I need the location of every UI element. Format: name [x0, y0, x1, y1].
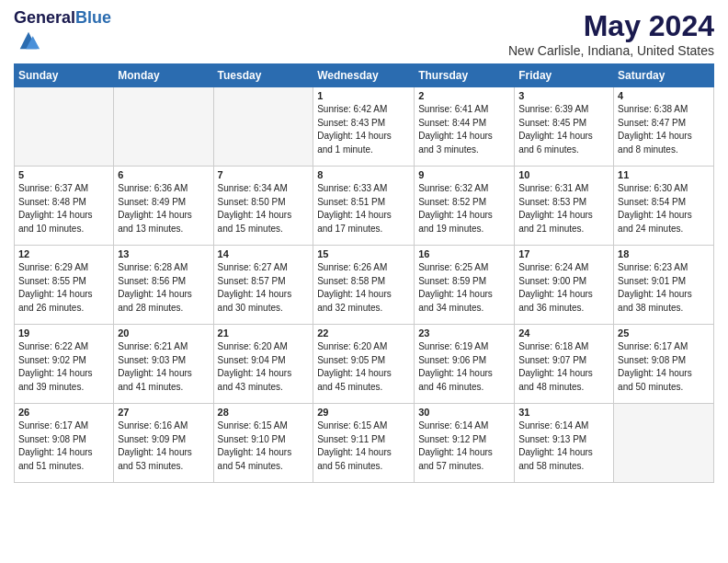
day-cell: 10Sunrise: 6:31 AMSunset: 8:53 PMDayligh… — [515, 167, 614, 246]
week-row-4: 19Sunrise: 6:22 AMSunset: 9:02 PMDayligh… — [15, 325, 714, 404]
day-info: Sunrise: 6:14 AMSunset: 9:12 PMDaylight:… — [418, 419, 510, 473]
day-cell: 13Sunrise: 6:28 AMSunset: 8:56 PMDayligh… — [114, 246, 213, 325]
day-info: Sunrise: 6:29 AMSunset: 8:55 PMDaylight:… — [18, 261, 109, 315]
day-number: 20 — [118, 327, 209, 339]
day-info: Sunrise: 6:15 AMSunset: 9:11 PMDaylight:… — [317, 419, 410, 473]
day-info: Sunrise: 6:25 AMSunset: 8:59 PMDaylight:… — [418, 261, 510, 315]
day-number: 8 — [317, 169, 410, 180]
day-info: Sunrise: 6:28 AMSunset: 8:56 PMDaylight:… — [118, 261, 209, 315]
day-number: 1 — [317, 90, 410, 101]
weekday-monday: Monday — [114, 64, 213, 87]
day-info: Sunrise: 6:30 AMSunset: 8:54 PMDaylight:… — [618, 182, 710, 236]
logo-blue-text: Blue — [75, 8, 111, 27]
day-number: 21 — [218, 327, 310, 339]
day-cell: 30Sunrise: 6:14 AMSunset: 9:12 PMDayligh… — [415, 404, 515, 483]
day-cell: 16Sunrise: 6:25 AMSunset: 8:59 PMDayligh… — [415, 246, 515, 325]
weekday-sunday: Sunday — [15, 64, 114, 87]
logo-general-text: General — [14, 8, 75, 27]
day-number: 2 — [418, 90, 510, 101]
location: New Carlisle, Indiana, United States — [508, 43, 714, 58]
day-number: 26 — [18, 407, 109, 418]
day-info: Sunrise: 6:24 AMSunset: 9:00 PMDaylight:… — [518, 261, 609, 315]
logo: GeneralBlue — [14, 9, 111, 57]
day-info: Sunrise: 6:41 AMSunset: 8:44 PMDaylight:… — [418, 103, 510, 156]
page: GeneralBlue May 2024 New Carlisle, India… — [0, 0, 728, 563]
calendar-table: SundayMondayTuesdayWednesdayThursdayFrid… — [14, 63, 714, 483]
day-number: 3 — [518, 90, 609, 101]
day-info: Sunrise: 6:27 AMSunset: 8:57 PMDaylight:… — [218, 261, 310, 315]
day-number: 7 — [218, 169, 310, 180]
day-info: Sunrise: 6:38 AMSunset: 8:47 PMDaylight:… — [618, 103, 710, 156]
weekday-header-row: SundayMondayTuesdayWednesdayThursdayFrid… — [15, 64, 714, 87]
day-cell: 2Sunrise: 6:41 AMSunset: 8:44 PMDaylight… — [415, 87, 515, 167]
day-info: Sunrise: 6:36 AMSunset: 8:49 PMDaylight:… — [118, 182, 209, 236]
day-cell — [15, 87, 114, 167]
day-info: Sunrise: 6:23 AMSunset: 9:01 PMDaylight:… — [618, 261, 710, 315]
day-number: 22 — [317, 327, 410, 339]
day-cell: 23Sunrise: 6:19 AMSunset: 9:06 PMDayligh… — [415, 325, 515, 404]
day-cell: 31Sunrise: 6:14 AMSunset: 9:13 PMDayligh… — [515, 404, 614, 483]
day-cell: 5Sunrise: 6:37 AMSunset: 8:48 PMDaylight… — [15, 167, 114, 246]
day-cell: 1Sunrise: 6:42 AMSunset: 8:43 PMDaylight… — [313, 87, 415, 167]
day-cell: 28Sunrise: 6:15 AMSunset: 9:10 PMDayligh… — [213, 404, 313, 483]
day-info: Sunrise: 6:20 AMSunset: 9:05 PMDaylight:… — [317, 340, 410, 394]
day-number: 9 — [418, 169, 510, 180]
weekday-tuesday: Tuesday — [213, 64, 313, 87]
day-cell: 19Sunrise: 6:22 AMSunset: 9:02 PMDayligh… — [15, 325, 114, 404]
weekday-saturday: Saturday — [614, 64, 714, 87]
day-info: Sunrise: 6:22 AMSunset: 9:02 PMDaylight:… — [18, 340, 109, 394]
weekday-wednesday: Wednesday — [313, 64, 415, 87]
day-cell: 26Sunrise: 6:17 AMSunset: 9:08 PMDayligh… — [15, 404, 114, 483]
day-number: 11 — [618, 169, 710, 180]
day-info: Sunrise: 6:21 AMSunset: 9:03 PMDaylight:… — [118, 340, 209, 394]
title-block: May 2024 New Carlisle, Indiana, United S… — [508, 9, 714, 58]
day-cell: 24Sunrise: 6:18 AMSunset: 9:07 PMDayligh… — [515, 325, 614, 404]
day-cell: 7Sunrise: 6:34 AMSunset: 8:50 PMDaylight… — [213, 167, 313, 246]
day-cell: 3Sunrise: 6:39 AMSunset: 8:45 PMDaylight… — [515, 87, 614, 167]
day-cell: 8Sunrise: 6:33 AMSunset: 8:51 PMDaylight… — [313, 167, 415, 246]
week-row-1: 1Sunrise: 6:42 AMSunset: 8:43 PMDaylight… — [15, 87, 714, 167]
day-info: Sunrise: 6:14 AMSunset: 9:13 PMDaylight:… — [518, 419, 609, 473]
day-number: 23 — [418, 327, 510, 339]
calendar-body: 1Sunrise: 6:42 AMSunset: 8:43 PMDaylight… — [15, 87, 714, 483]
day-cell: 17Sunrise: 6:24 AMSunset: 9:00 PMDayligh… — [515, 246, 614, 325]
day-cell: 6Sunrise: 6:36 AMSunset: 8:49 PMDaylight… — [114, 167, 213, 246]
day-info: Sunrise: 6:32 AMSunset: 8:52 PMDaylight:… — [418, 182, 510, 236]
day-cell — [213, 87, 313, 167]
day-info: Sunrise: 6:17 AMSunset: 9:08 PMDaylight:… — [618, 340, 710, 394]
day-cell: 18Sunrise: 6:23 AMSunset: 9:01 PMDayligh… — [614, 246, 714, 325]
day-number: 29 — [317, 407, 410, 418]
day-info: Sunrise: 6:15 AMSunset: 9:10 PMDaylight:… — [218, 419, 310, 473]
day-number: 6 — [118, 169, 209, 180]
day-info: Sunrise: 6:42 AMSunset: 8:43 PMDaylight:… — [317, 103, 410, 156]
day-number: 5 — [18, 169, 109, 180]
day-number: 27 — [118, 407, 209, 418]
day-number: 24 — [518, 327, 609, 339]
day-cell: 25Sunrise: 6:17 AMSunset: 9:08 PMDayligh… — [614, 325, 714, 404]
day-number: 18 — [618, 248, 710, 259]
day-cell: 9Sunrise: 6:32 AMSunset: 8:52 PMDaylight… — [415, 167, 515, 246]
day-cell — [614, 404, 714, 483]
week-row-3: 12Sunrise: 6:29 AMSunset: 8:55 PMDayligh… — [15, 246, 714, 325]
day-number: 28 — [218, 407, 310, 418]
day-cell — [114, 87, 213, 167]
day-number: 25 — [618, 327, 710, 339]
day-cell: 15Sunrise: 6:26 AMSunset: 8:58 PMDayligh… — [313, 246, 415, 325]
day-number: 19 — [18, 327, 109, 339]
day-cell: 27Sunrise: 6:16 AMSunset: 9:09 PMDayligh… — [114, 404, 213, 483]
day-info: Sunrise: 6:18 AMSunset: 9:07 PMDaylight:… — [518, 340, 609, 394]
day-info: Sunrise: 6:17 AMSunset: 9:08 PMDaylight:… — [18, 419, 109, 473]
day-info: Sunrise: 6:16 AMSunset: 9:09 PMDaylight:… — [118, 419, 209, 473]
day-info: Sunrise: 6:33 AMSunset: 8:51 PMDaylight:… — [317, 182, 410, 236]
day-cell: 20Sunrise: 6:21 AMSunset: 9:03 PMDayligh… — [114, 325, 213, 404]
day-number: 17 — [518, 248, 609, 259]
logo-icon — [16, 28, 41, 53]
day-cell: 14Sunrise: 6:27 AMSunset: 8:57 PMDayligh… — [213, 246, 313, 325]
week-row-2: 5Sunrise: 6:37 AMSunset: 8:48 PMDaylight… — [15, 167, 714, 246]
day-info: Sunrise: 6:34 AMSunset: 8:50 PMDaylight:… — [218, 182, 310, 236]
day-cell: 11Sunrise: 6:30 AMSunset: 8:54 PMDayligh… — [614, 167, 714, 246]
weekday-thursday: Thursday — [415, 64, 515, 87]
day-cell: 21Sunrise: 6:20 AMSunset: 9:04 PMDayligh… — [213, 325, 313, 404]
day-number: 15 — [317, 248, 410, 259]
weekday-friday: Friday — [515, 64, 614, 87]
